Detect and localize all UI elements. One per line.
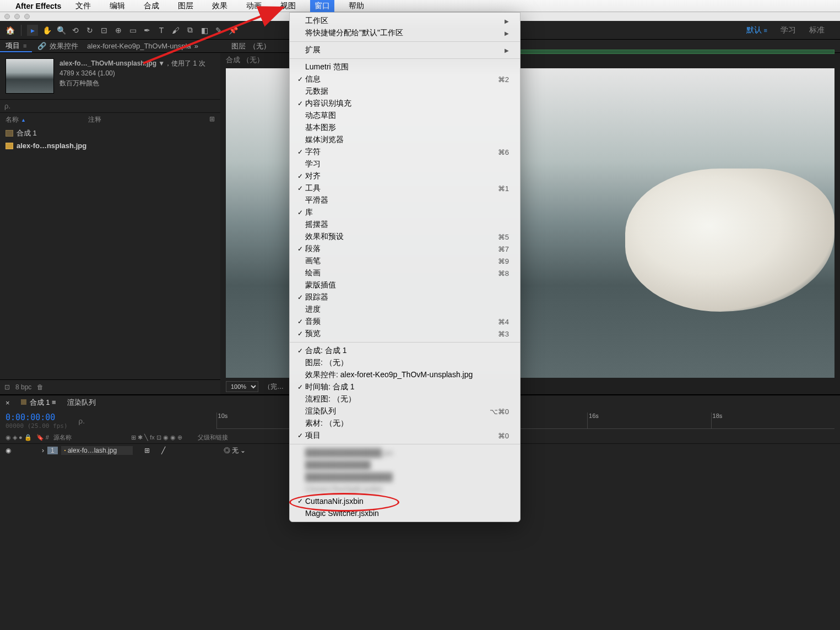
minimize-window-icon[interactable] [14,14,20,19]
comp-tab[interactable]: 合成 （无） [226,55,264,64]
menu-item[interactable]: ✓跟踪器 [290,291,520,303]
menu-item[interactable]: ✓信息⌘2 [290,73,520,85]
timeline-tab-comp[interactable]: 合成 1 ≡ [21,398,56,408]
menu-composition[interactable]: 合成 [139,0,164,12]
menu-item[interactable]: ✓工具⌘1 [290,182,520,194]
menu-item[interactable]: 媒体浏览器 [290,134,520,146]
image-file-icon [64,450,66,451]
rotate-tool-icon[interactable]: ↻ [84,25,95,36]
menu-item[interactable]: 将快捷键分配给"默认"工作区▶ [290,27,520,39]
menu-item[interactable]: ✓字符⌘6 [290,146,520,158]
menu-animation[interactable]: 动画 [242,0,266,12]
timeline-close-icon[interactable]: × [6,399,10,407]
zoom-tool-icon[interactable]: 🔍 [56,25,67,36]
menu-item[interactable]: 扩展▶ [290,44,520,56]
app-title: After Effects [15,2,61,10]
menu-item[interactable]: ✓对齐 [290,170,520,182]
menu-item[interactable]: ✓项目⌘0 [290,430,520,442]
project-row-comp[interactable]: 合成 1 [0,127,220,140]
menu-item[interactable]: 素材: （无） [290,417,520,430]
menu-item[interactable]: Lumetri 范围 [290,61,520,73]
sort-icon[interactable]: ▲ [21,117,26,123]
eraser-tool-icon[interactable]: ◧ [199,25,210,36]
link-icon: 🔗 [37,42,46,50]
composition-icon [6,130,13,137]
timeline-tab-render[interactable]: 渲染队列 [67,398,96,408]
menu-help[interactable]: 帮助 [344,0,368,12]
menu-item[interactable]: ✓内容识别填充 [290,97,520,110]
image-file-icon [6,143,13,149]
menu-item[interactable]: ████████████████ [290,471,520,483]
menu-item[interactable]: 基本图形 [290,122,520,134]
clone-tool-icon[interactable]: ⧉ [185,25,196,36]
timeline-search-input[interactable] [79,417,112,425]
menu-item[interactable]: 元数据 [290,85,520,97]
project-row-file[interactable]: alex-fo…nsplash.jpg [0,140,220,151]
menu-item[interactable]: ✓CuttanaNir.jsxbin [290,495,520,507]
shape-tool-icon[interactable]: ▭ [127,25,138,36]
menu-item[interactable]: 学习 [290,158,520,170]
workspace-standard[interactable]: 标准 [809,25,825,35]
menu-item[interactable]: ██████████████.jsx [290,447,520,459]
menu-item[interactable]: 渲染队列⌥⌘0 [290,405,520,417]
workspace-default[interactable]: 默认 ≡ [746,25,767,35]
project-search-input[interactable] [4,102,216,110]
menu-item[interactable]: ✓库 [290,207,520,219]
menu-item[interactable]: 进度 [290,303,520,316]
menu-item[interactable]: ClonersTextSplit.jsxbin [290,483,520,495]
menu-item[interactable]: ✓时间轴: 合成 1 [290,381,520,393]
menu-item[interactable]: 摇摆器 [290,219,520,231]
menu-view[interactable]: 视图 [276,0,300,12]
menu-item[interactable]: ████████████ [290,459,520,471]
project-panel: alex-fo…_ThOvM-unsplash.jpg ▼，使用了 1 次 47… [0,53,220,394]
project-thumbnail[interactable] [6,58,54,94]
menu-item[interactable]: ✓预览⌘3 [290,328,520,340]
home-icon[interactable]: 🏠 [4,25,15,36]
menu-item[interactable]: 效果和预设⌘5 [290,231,520,243]
text-tool-icon[interactable]: T [156,25,167,36]
tab-layer[interactable]: 图层 （无） [226,40,276,52]
brush-tool-icon[interactable]: 🖌 [170,25,181,36]
menu-item[interactable]: 画笔⌘9 [290,255,520,267]
menu-item[interactable]: 图层: （无） [290,357,520,369]
menu-item[interactable]: 动态草图 [290,110,520,122]
fps-display: 00000 (25.00 fps) [6,422,68,430]
menu-file[interactable]: 文件 [71,0,95,12]
menu-item[interactable]: 蒙版插值 [290,279,520,291]
pen-tool-icon[interactable]: ✒ [142,25,153,36]
window-menu-dropdown: 工作区▶将快捷键分配给"默认"工作区▶扩展▶Lumetri 范围✓信息⌘2元数据… [289,12,521,522]
menu-item[interactable]: 效果控件: alex-foret-Keo9p_ThOvM-unsplash.jp… [290,369,520,381]
menu-layer[interactable]: 图层 [174,0,198,12]
selection-tool-icon[interactable]: ▸ [27,25,38,36]
tab-project[interactable]: 项目 ≡ [0,40,32,52]
menu-item[interactable]: 平滑器 [290,194,520,207]
menu-item[interactable]: ✓音频⌘4 [290,316,520,328]
project-item-info: alex-fo…_ThOvM-unsplash.jpg ▼，使用了 1 次 47… [59,58,205,94]
menu-effect[interactable]: 效果 [208,0,232,12]
menu-item[interactable]: ✓段落⌘7 [290,243,520,255]
trash-icon[interactable]: 🗑 [37,383,44,391]
menu-item[interactable]: Magic Switcher.jsxbin [290,507,520,519]
tab-effect-controls[interactable]: 🔗 效果控件 alex-foret-Keo9p_ThOvM-unspla » [32,40,203,52]
zoom-window-icon[interactable] [24,14,30,19]
camera-tool-icon[interactable]: ⊡ [99,25,110,36]
roto-tool-icon[interactable]: ✎ [213,25,224,36]
close-window-icon[interactable] [4,14,10,19]
flowchart-icon[interactable]: ⊞ [209,115,215,124]
interpret-icon[interactable]: ⊡ [4,383,10,391]
menu-item[interactable]: ✓合成: 合成 1 [290,345,520,357]
menu-item[interactable]: 工作区▶ [290,15,520,27]
menu-edit[interactable]: 编辑 [105,0,129,12]
hand-tool-icon[interactable]: ✋ [41,25,52,36]
zoom-select[interactable]: 100% [226,381,258,392]
bpc-button[interactable]: 8 bpc [15,383,31,391]
menu-window[interactable]: 窗口 [310,0,334,12]
menu-item[interactable]: 绘画⌘8 [290,267,520,279]
orbit-tool-icon[interactable]: ⟲ [70,25,81,36]
menu-item[interactable]: 流程图: （无） [290,393,520,405]
timecode[interactable]: 0:00:00:00 [6,412,68,422]
workspace-switcher: 默认 ≡ 学习 标准 [746,25,836,35]
puppet-tool-icon[interactable]: 📌 [227,25,239,36]
workspace-learn[interactable]: 学习 [781,25,796,35]
pan-behind-tool-icon[interactable]: ⊕ [113,25,124,36]
